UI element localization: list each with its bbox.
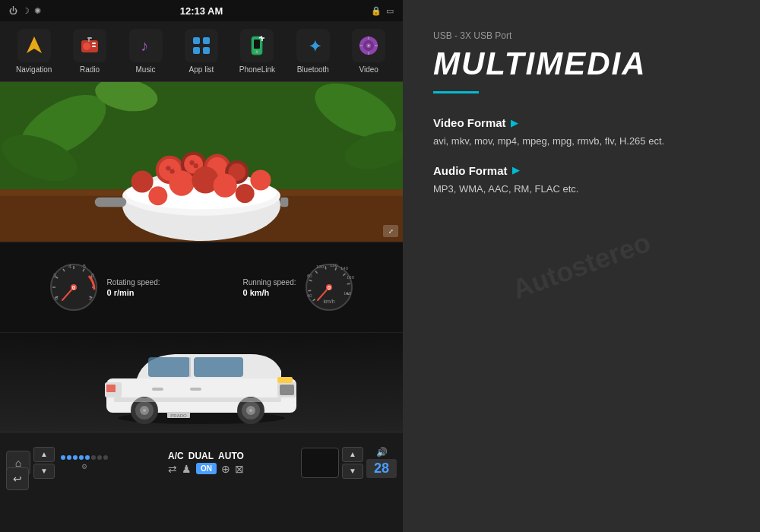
fullscreen-btn[interactable]: ⤢ — [383, 225, 398, 237]
rear-defrost-icon: ⊠ — [235, 463, 244, 475]
svg-rect-117 — [114, 397, 281, 402]
svg-text:180: 180 — [344, 291, 352, 296]
speaker-icon: 🔊 — [376, 447, 388, 458]
svg-point-2 — [83, 43, 90, 50]
svg-text:2: 2 — [89, 296, 92, 301]
radio-label: Radio — [80, 65, 100, 74]
svg-rect-11 — [203, 47, 210, 54]
svg-point-14 — [256, 51, 258, 53]
svg-rect-9 — [203, 37, 210, 44]
svg-rect-13 — [254, 40, 260, 49]
svg-line-83 — [325, 266, 326, 269]
svg-text:160: 160 — [347, 275, 355, 280]
status-bar: ⏻ ☽ ✺ 12:13 AM 🔒 ▭ — [0, 0, 403, 21]
fan-mode-icon: ⊕ — [221, 463, 230, 475]
nav-item-radio[interactable]: Radio — [63, 29, 116, 74]
audio-format-section: Audio Format ▶ MP3, WMA, AAC, RM, FLAC e… — [433, 164, 730, 197]
svg-rect-105 — [280, 385, 294, 395]
running-speed-value: 0 km/h — [242, 288, 296, 297]
brightness-icon: ✺ — [34, 6, 41, 16]
person-icon: ♟ — [182, 463, 192, 475]
fan-dot-1 — [61, 455, 65, 460]
main-content: ⤢ — [0, 82, 403, 532]
svg-text:6: 6 — [91, 273, 94, 278]
svg-point-46 — [169, 170, 194, 195]
on-button[interactable]: ON — [196, 463, 217, 474]
rotating-speed-label: Rotating speed: — [106, 278, 160, 287]
svg-text:✦: ✦ — [309, 38, 321, 55]
video-arrow-icon: ▶ — [511, 118, 518, 128]
svg-rect-101 — [148, 357, 190, 377]
multimedia-title: MULTIMEDIA — [433, 46, 730, 82]
volume-up-down: ▲ ▼ — [342, 447, 363, 479]
nav-item-bluetooth[interactable]: ✦ Bluetooth — [287, 29, 340, 74]
volume-down-btn[interactable]: ▼ — [342, 464, 363, 479]
svg-rect-4 — [92, 46, 96, 47]
svg-point-112 — [143, 409, 146, 412]
speed-info: Running speed: 0 km/h — [242, 278, 296, 297]
svg-text:120: 120 — [330, 263, 338, 268]
navigation-label: Navigation — [16, 65, 52, 74]
svg-line-86 — [347, 283, 350, 284]
video-label: Video — [359, 65, 378, 74]
svg-rect-57 — [95, 198, 127, 207]
nav-item-navigation[interactable]: Navigation — [8, 29, 61, 74]
bluetooth-label: Bluetooth — [297, 65, 329, 74]
svg-text:0: 0 — [72, 284, 76, 291]
fan-dot-7 — [97, 455, 102, 460]
temp-up-btn[interactable]: ▲ — [33, 447, 55, 462]
rotating-speed-value: 0 r/min — [106, 288, 160, 297]
nav-item-phonelink[interactable]: PhoneLink — [230, 29, 283, 74]
svg-text:km/h: km/h — [323, 299, 334, 304]
svg-point-54 — [250, 169, 271, 190]
nav-item-video[interactable]: Video — [342, 29, 395, 74]
back-button[interactable]: ↩ — [6, 467, 29, 490]
svg-text:3: 3 — [53, 273, 56, 278]
ac-label: A/C — [168, 451, 184, 461]
svg-point-51 — [189, 160, 194, 165]
fan-indicator-label: ⚙ — [81, 463, 87, 470]
status-right-icons: 🔒 ▭ — [371, 6, 394, 16]
video-area[interactable]: ⤢ — [0, 82, 403, 242]
svg-rect-119 — [152, 388, 163, 391]
usb-label: USB - 3X USB Port — [433, 30, 730, 41]
moon-icon: ☽ — [22, 6, 30, 16]
nav-item-music[interactable]: ♪ Music — [119, 29, 173, 74]
defrost-icon: ⇄ — [168, 463, 177, 475]
svg-text:0: 0 — [55, 296, 58, 301]
music-label: Music — [135, 65, 155, 74]
temp-up-down: ▲ ▼ — [33, 447, 55, 479]
volume-up-btn[interactable]: ▲ — [342, 447, 363, 462]
status-time: 12:13 AM — [180, 5, 223, 17]
title-underline — [433, 91, 479, 93]
video-icon — [352, 29, 385, 62]
climate-main-controls: A/C DUAL AUTO ⇄ ♟ ON ⊕ ⊠ — [114, 451, 298, 475]
audio-format-desc: MP3, WMA, AAC, RM, FLAC etc. — [433, 182, 730, 197]
temp-down-btn[interactable]: ▼ — [33, 464, 55, 479]
video-format-title: Video Format ▶ — [433, 116, 730, 129]
svg-text:5: 5 — [83, 264, 86, 269]
nav-item-applist[interactable]: App list — [175, 29, 228, 74]
volume-value: 28 — [366, 459, 397, 478]
fan-dot-3 — [73, 455, 78, 460]
device-screen: ⏻ ☽ ✺ 12:13 AM 🔒 ▭ Navigation — [0, 0, 403, 532]
svg-rect-8 — [193, 37, 200, 44]
applist-icon — [185, 29, 218, 62]
svg-rect-102 — [194, 357, 243, 377]
navigation-icon — [17, 29, 51, 62]
svg-point-53 — [131, 170, 154, 192]
svg-rect-3 — [92, 43, 96, 44]
audio-format-title: Audio Format ▶ — [433, 164, 730, 177]
bluetooth-icon: ✦ — [296, 29, 330, 62]
climate-display-block — [301, 448, 339, 478]
fan-dot-4 — [79, 455, 84, 460]
running-speed-label: Running speed: — [242, 278, 296, 287]
svg-rect-118 — [190, 388, 201, 391]
svg-point-52 — [194, 163, 198, 168]
car-svg: PRADO — [91, 340, 312, 424]
svg-point-56 — [236, 184, 255, 203]
audio-arrow-icon: ▶ — [512, 165, 519, 176]
svg-rect-106 — [277, 377, 293, 383]
rpm-gauge-group: 0 3 4 5 6 2 0 — [47, 261, 160, 314]
volume-display: 🔊 28 — [366, 447, 397, 478]
